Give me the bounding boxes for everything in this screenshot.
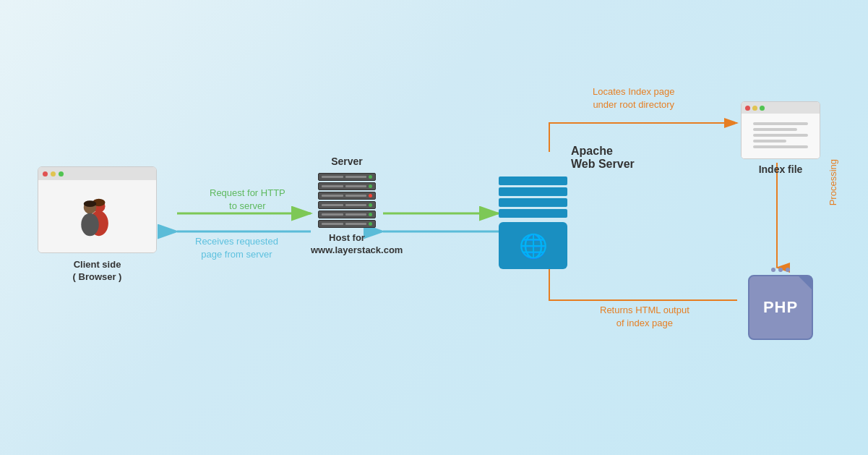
host-label: Host for www.layerstack.com: [311, 232, 383, 257]
diagram-container: Client side ( Browser ) Request for HTTP…: [0, 0, 868, 455]
led-green-5: [369, 222, 372, 226]
locates-label: Locates Index page under root directory: [593, 85, 674, 111]
server-title: Server: [311, 156, 383, 167]
svg-point-14: [81, 213, 99, 237]
file-lines: [753, 122, 808, 151]
globe-icon: 🌐: [519, 232, 548, 260]
index-file-body: [742, 114, 820, 159]
php-dot-3: [786, 268, 790, 272]
apache-title: Apache Web Server: [571, 145, 643, 171]
led-green-4: [369, 213, 372, 216]
index-file-window: [741, 101, 820, 159]
php-icon: PHP: [748, 275, 813, 340]
led-green-1: [369, 175, 372, 179]
server-unit-5: [318, 211, 376, 218]
client-label: Client side ( Browser ): [38, 259, 157, 284]
index-file-titlebar: [742, 102, 820, 114]
led-red-1: [369, 194, 372, 197]
index-file-box: Index file: [737, 101, 824, 175]
php-dot-2: [778, 268, 783, 272]
php-dots: [737, 268, 824, 272]
php-box: PHP: [737, 268, 824, 340]
server-unit-6: [318, 220, 376, 228]
php-corner: [799, 276, 812, 289]
php-dot-1: [771, 268, 775, 272]
apache-globe: 🌐: [499, 222, 567, 269]
server-unit-4: [318, 201, 376, 209]
svg-point-16: [83, 200, 96, 207]
returns-label: Returns HTML output of index page: [600, 304, 689, 330]
request-label: Request for HTTP to server: [210, 187, 285, 213]
apache-box: Apache Web Server 🌐: [499, 145, 643, 269]
php-text: PHP: [763, 298, 798, 317]
dot-green-title: [59, 171, 64, 177]
server-box: Server: [311, 156, 383, 257]
idx-dot-green: [760, 106, 765, 111]
dot-yellow: [51, 171, 56, 177]
idx-dot-red: [745, 106, 750, 111]
apache-bars: 🌐: [499, 177, 567, 269]
server-rack: [318, 173, 376, 228]
browser-window: [38, 166, 157, 253]
idx-dot-yellow: [752, 106, 757, 111]
browser-titlebar: [38, 167, 156, 180]
processing-label: Processing: [828, 159, 838, 205]
server-unit-2: [318, 182, 376, 190]
server-unit-3: [318, 192, 376, 200]
server-unit-1: [318, 173, 376, 181]
led-green-3: [369, 203, 372, 207]
dot-red: [43, 171, 48, 177]
people-icon: [72, 192, 123, 242]
apache-icon-group: 🌐: [499, 177, 643, 269]
client-browser-box: Client side ( Browser ): [38, 166, 157, 260]
receives-label: Receives requested page from server: [195, 235, 278, 261]
led-green-2: [369, 184, 372, 188]
index-file-label: Index file: [737, 163, 824, 175]
browser-body: [38, 180, 156, 253]
